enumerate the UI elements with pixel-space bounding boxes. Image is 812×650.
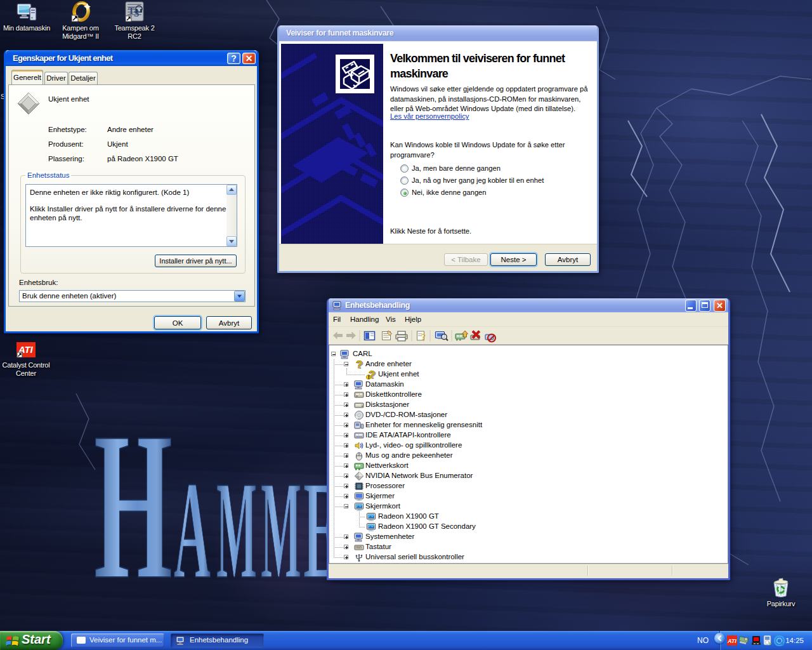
svg-text:!: !	[368, 373, 370, 380]
svg-text:M: M	[216, 484, 257, 579]
svg-text:?: ?	[421, 333, 426, 342]
svg-text:M: M	[261, 484, 301, 579]
svg-text:A: A	[174, 484, 211, 579]
svg-text:H: H	[94, 436, 173, 579]
svg-text:?: ?	[356, 359, 362, 369]
svg-text:ATI: ATI	[727, 638, 737, 644]
